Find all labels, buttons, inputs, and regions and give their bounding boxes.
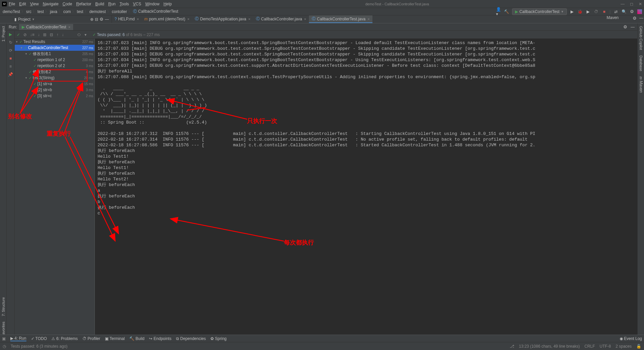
menu-help[interactable]: Help: [161, 2, 174, 6]
toggle-auto-icon[interactable]: ⟳: [9, 48, 12, 53]
editor-tab[interactable]: ? HELP.md ×: [112, 15, 142, 23]
line-separator[interactable]: CRLF: [585, 344, 595, 349]
indent-info[interactable]: 2 spaces: [616, 344, 632, 349]
copilot-icon[interactable]: [637, 9, 642, 14]
crumb-item[interactable]: src: [25, 9, 32, 14]
rerun-icon[interactable]: ▶: [9, 32, 12, 37]
bottom-tool-build[interactable]: 🔨 Build: [129, 336, 144, 341]
sidebar-database-tab[interactable]: Database: [639, 54, 643, 72]
test-tree-row[interactable]: ✓[1] str=a15 ms: [15, 81, 95, 87]
menu-tools[interactable]: Tools: [118, 2, 131, 6]
maximize-icon[interactable]: ◻: [630, 2, 633, 6]
bottom-tool-problems[interactable]: ⚠ 6: Problems: [51, 336, 77, 341]
hide-tool-icon[interactable]: —: [639, 15, 644, 21]
close-tab-icon[interactable]: ×: [187, 17, 189, 21]
event-log-button[interactable]: ◉ Event Log: [620, 336, 642, 341]
search-icon[interactable]: 🔍: [621, 9, 627, 14]
coverage-icon[interactable]: ▶: [586, 9, 591, 14]
close-tab-icon[interactable]: ×: [137, 17, 139, 21]
editor-tab[interactable]: Ⓒ CallbackControllerTest.java ×: [309, 15, 372, 23]
console-output[interactable]: 16:27:07.023 [main] INFO org.springframe…: [95, 39, 637, 342]
crumb-item[interactable]: demoTest: [2, 9, 21, 14]
menu-file[interactable]: File: [7, 2, 17, 6]
tab-settings-icon[interactable]: [632, 15, 637, 21]
menu-code[interactable]: Code: [60, 2, 74, 6]
project-tool-button[interactable]: ▮ Project ▼ ⊕ ⊟ —: [12, 15, 112, 23]
expand-icon[interactable]: ⊕: [90, 17, 94, 22]
test-tree-row[interactable]: ▾✓test3(String)20 ms: [15, 75, 95, 81]
expand-all-icon[interactable]: ⊞: [43, 32, 46, 37]
bottom-tool-todo[interactable]: ✓ TODO: [31, 336, 47, 341]
crumb-item[interactable]: Ⓒ CallbackControllerTest: [132, 9, 179, 14]
collapse-all-icon[interactable]: ⊟: [50, 32, 53, 37]
stop-icon[interactable]: ■: [9, 56, 12, 61]
crumb-item[interactable]: java: [49, 9, 58, 14]
crumb-item[interactable]: com: [62, 9, 71, 14]
debug-icon[interactable]: 🐞: [578, 9, 583, 14]
bottom-tool-profiler[interactable]: ⏱ Profiler: [83, 336, 100, 341]
settings-icon[interactable]: [100, 17, 104, 22]
show-passed-icon[interactable]: ✓: [17, 32, 20, 37]
editor-tab[interactable]: m pom.xml (demoTest) ×: [142, 15, 192, 23]
rerun-failed-icon[interactable]: ↻: [9, 40, 12, 45]
menu-run[interactable]: Run: [106, 2, 118, 6]
test-tree-row[interactable]: ✓repetition 1 of 2200 ms: [15, 57, 95, 63]
profile-icon[interactable]: ⏱: [594, 9, 599, 14]
settings-icon[interactable]: [629, 9, 635, 14]
export-icon[interactable]: ⏲: [77, 32, 81, 37]
test-tree-row[interactable]: ✓修改别名24 ms: [15, 69, 95, 75]
test-tree-row[interactable]: ▾✓Test Results227 ms: [15, 39, 95, 45]
test-tree-row[interactable]: ▾✓修改别名1205 ms: [15, 51, 95, 57]
layout-icon[interactable]: ≡: [9, 64, 12, 69]
crumb-item[interactable]: contoller: [111, 9, 128, 14]
show-ignored-icon[interactable]: ⊘: [23, 32, 27, 37]
test-tree-row[interactable]: ✓[3] str=c2 ms: [15, 93, 95, 99]
show-tools-icon[interactable]: ▣: [2, 336, 6, 341]
menu-vcs[interactable]: VCS: [131, 2, 143, 6]
crumb-item[interactable]: test: [37, 9, 44, 14]
maven-tool-button[interactable]: Maven: [603, 15, 622, 23]
crumb-item[interactable]: demotest: [89, 9, 106, 14]
close-tab-icon[interactable]: ×: [367, 17, 369, 21]
readonly-icon[interactable]: 🔓: [636, 344, 641, 349]
run-config-selector[interactable]: ▶ CallbackControllerTest ▼: [512, 8, 567, 15]
sidebar-structure-tab[interactable]: 7: Structure: [1, 296, 5, 318]
editor-tab[interactable]: Ⓒ DemoTestApplication.java ×: [192, 15, 253, 23]
history-icon[interactable]: ▾: [85, 32, 87, 37]
test-tree-row[interactable]: ✓[2] str=b3 ms: [15, 87, 95, 93]
stop-icon[interactable]: ■: [602, 9, 607, 14]
caret-position[interactable]: 13:23 (1086 chars, 49 line breaks): [519, 344, 580, 349]
minimize-icon[interactable]: —: [621, 2, 625, 6]
run-icon[interactable]: ▶: [570, 9, 575, 14]
crumb-item[interactable]: test: [76, 9, 84, 14]
test-tree-row[interactable]: ▾✓CallbackControllerTest227 ms: [15, 45, 95, 51]
sidebar-maven-tab[interactable]: m Maven: [639, 75, 643, 94]
next-icon[interactable]: ↓: [62, 32, 64, 37]
bottom-tool-spring[interactable]: ✿ Spring: [210, 336, 226, 341]
menu-window[interactable]: Window: [143, 2, 162, 6]
bottom-tool-endpoints[interactable]: ↪ Endpoints: [149, 336, 171, 341]
pin-icon[interactable]: 📌: [8, 72, 13, 77]
sort-alpha-icon[interactable]: ↓: [38, 32, 40, 37]
menu-edit[interactable]: Edit: [17, 2, 28, 6]
bottom-tool-dependencies[interactable]: ⧉ Dependencies: [176, 336, 206, 341]
menu-refactor[interactable]: Refactor: [74, 2, 93, 6]
menu-view[interactable]: View: [28, 2, 41, 6]
run-settings-icon[interactable]: [623, 24, 628, 30]
hide-icon[interactable]: —: [105, 17, 109, 22]
menu-build[interactable]: Build: [93, 2, 106, 6]
menu-navigate[interactable]: Navigate: [41, 2, 60, 6]
close-icon[interactable]: ✕: [639, 2, 642, 6]
prev-icon[interactable]: ↑: [56, 32, 58, 37]
collapse-icon[interactable]: ⊟: [95, 17, 98, 22]
run-tab[interactable]: ▶ CallbackControllerTest ×: [19, 24, 73, 30]
hammer-icon[interactable]: 🔨: [504, 9, 509, 14]
test-results-tree[interactable]: ▾✓Test Results227 ms▾✓CallbackController…: [15, 39, 95, 342]
close-tab-icon[interactable]: ×: [248, 17, 250, 21]
sidebar-copilot-tab[interactable]: GitHub Copilot: [639, 25, 643, 51]
bottom-tool-terminal[interactable]: ▣ Terminal: [105, 336, 125, 341]
user-icon[interactable]: 👤▾: [496, 9, 501, 14]
close-tab-icon[interactable]: ×: [304, 17, 306, 21]
file-encoding[interactable]: UTF-8: [600, 344, 611, 349]
editor-tab[interactable]: Ⓒ CallbackController.java ×: [253, 15, 309, 23]
